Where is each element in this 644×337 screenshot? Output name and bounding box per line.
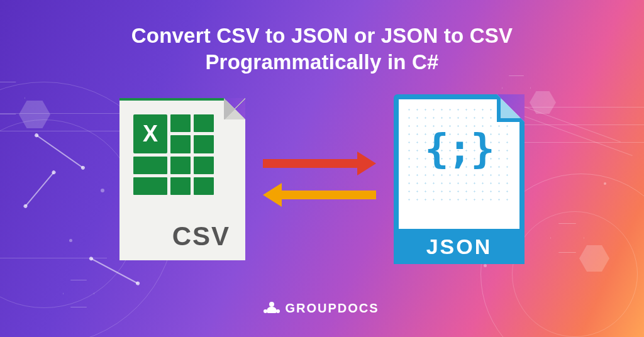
csv-format-label: CSV xyxy=(119,221,230,251)
title-line-2: Programmatically in C# xyxy=(0,49,644,75)
cell xyxy=(170,157,191,174)
conversion-arrows xyxy=(263,154,376,204)
arrow-head xyxy=(357,152,376,175)
arrow-shaft xyxy=(280,191,376,199)
deco-dot xyxy=(484,264,487,267)
banner-canvas: Convert CSV to JSON or JSON to CSV Progr… xyxy=(0,0,644,337)
banner-title: Convert CSV to JSON or JSON to CSV Progr… xyxy=(0,23,644,75)
cell xyxy=(170,177,191,195)
json-label-band: JSON xyxy=(394,229,525,264)
page-fold xyxy=(224,98,245,119)
cell xyxy=(194,177,214,195)
fold-mask xyxy=(224,98,245,119)
arrow-left-icon xyxy=(263,185,376,204)
excel-x-icon: X xyxy=(133,114,167,153)
cell xyxy=(133,157,167,174)
conversion-graphic: X CSV xyxy=(0,94,644,264)
arrow-right-icon xyxy=(263,154,376,173)
arrow-head xyxy=(263,183,282,207)
arrow-shaft xyxy=(263,159,358,168)
cell xyxy=(170,114,191,132)
json-braces-icon: {;} xyxy=(399,126,519,172)
brand-name: GROUPDOCS xyxy=(285,301,379,316)
cell xyxy=(133,177,167,195)
cell xyxy=(194,157,214,174)
csv-file-icon: X CSV xyxy=(119,98,245,260)
cell xyxy=(170,135,191,153)
cell xyxy=(194,114,214,132)
cell xyxy=(194,135,214,153)
title-line-1: Convert CSV to JSON or JSON to CSV xyxy=(0,23,644,49)
spreadsheet-icon: X xyxy=(133,114,214,195)
json-file-icon: {;} JSON xyxy=(394,94,525,264)
json-format-label: JSON xyxy=(426,235,492,259)
brand-footer: GROUPDOCS xyxy=(0,301,644,316)
groupdocs-logo-icon xyxy=(265,302,279,316)
